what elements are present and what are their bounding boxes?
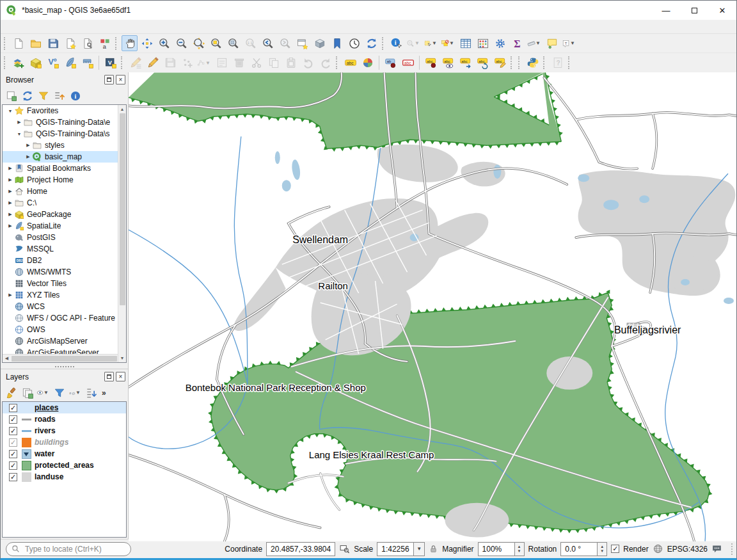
expander-icon[interactable]: ▶ <box>15 120 23 125</box>
xyz-tiles[interactable]: ▶XYZ Tiles <box>3 289 118 301</box>
python-console-button[interactable] <box>525 55 541 71</box>
spatial-bookmarks-button[interactable] <box>329 35 345 51</box>
layer-roads[interactable]: ✓roads <box>3 413 126 425</box>
processing-toolbox-button[interactable] <box>492 35 508 51</box>
paste-features-button[interactable] <box>283 55 299 71</box>
zoom-in-button[interactable] <box>156 35 172 51</box>
toolbar-grip[interactable] <box>4 56 8 69</box>
expander-icon[interactable]: ▶ <box>24 143 32 148</box>
qgis-training-data-e[interactable]: ▶QGIS-Training-Data\e <box>3 116 118 128</box>
wfs-ogc-api-feature[interactable]: WFS / OGC API - Feature <box>3 312 118 324</box>
new-project-button[interactable] <box>10 35 26 51</box>
lock-scale-icon[interactable] <box>429 543 438 554</box>
chevron-down-icon[interactable]: ▼ <box>415 40 420 46</box>
messages-icon[interactable] <box>711 543 722 554</box>
layer-landuse[interactable]: ✓landuse <box>3 471 126 483</box>
layer-visibility-checkbox[interactable]: ✓ <box>9 438 17 447</box>
refresh-map-button[interactable] <box>363 35 379 51</box>
layer-diagram-button[interactable] <box>360 55 376 71</box>
new-shapefile-layer-button[interactable] <box>45 55 61 71</box>
scale-combobox[interactable]: 1:42256 ▼ <box>377 542 425 556</box>
chevron-down-icon[interactable]: ▼ <box>75 390 81 396</box>
text-annotation-button[interactable]: ▼ <box>561 35 577 51</box>
help-button[interactable] <box>550 55 566 71</box>
browser-horizontal-scrollbar[interactable]: ◀▶ <box>3 354 126 362</box>
spatialite[interactable]: ▶SpatiaLite <box>3 220 118 232</box>
arcgisfeatureserver[interactable]: ArcGisFeatureServer <box>3 347 118 354</box>
statistics-button[interactable] <box>509 35 525 51</box>
spatial-bookmarks[interactable]: ▶Spatial Bookmarks <box>3 163 118 174</box>
resize-grip[interactable] <box>726 543 733 555</box>
browser-float-button[interactable] <box>104 75 114 84</box>
vertex-tool-button[interactable]: ▼ <box>196 55 212 71</box>
toolbar-grip[interactable] <box>568 56 572 69</box>
panel-splitter[interactable] <box>1 364 128 369</box>
chevron-down-icon[interactable]: ▼ <box>535 40 541 46</box>
expander-icon[interactable]: ▶ <box>6 292 14 298</box>
redo-button[interactable] <box>317 55 333 71</box>
filter-by-expression-button[interactable]: ▼ <box>68 385 83 400</box>
home[interactable]: ▶Home <box>3 186 118 197</box>
toolbar-grip[interactable] <box>4 37 8 50</box>
magnifier-value[interactable]: 100% <box>478 542 515 556</box>
scale-value[interactable]: 1:42256 <box>377 542 414 556</box>
undo-button[interactable] <box>300 55 316 71</box>
layer-labeling-button[interactable] <box>342 55 358 71</box>
rotation-spinbox[interactable]: 0.0 ° ▲▼ <box>560 542 607 556</box>
locator-input[interactable] <box>24 544 113 554</box>
layer-visibility-checkbox[interactable]: ✓ <box>9 450 17 458</box>
copy-features-button[interactable] <box>265 55 281 71</box>
pin-unpin-labels-button[interactable] <box>423 55 439 71</box>
select-by-value-button[interactable]: ▼ <box>406 35 422 51</box>
chevron-down-icon[interactable]: ▼ <box>449 40 454 46</box>
layer-visibility-checkbox[interactable]: ✓ <box>9 404 17 412</box>
chevron-down-icon[interactable]: ▼ <box>570 40 575 46</box>
zoom-native-button[interactable] <box>242 35 258 51</box>
open-project-button[interactable] <box>28 35 44 51</box>
render-checkbox[interactable]: ✓ <box>611 545 619 553</box>
chevron-down-icon[interactable]: ▼ <box>44 390 49 396</box>
cut-features-button[interactable] <box>248 55 264 71</box>
filter-legend-button[interactable] <box>52 385 67 400</box>
layer-rivers[interactable]: ✓rivers <box>3 425 126 436</box>
magnifier-spinbox[interactable]: 100% ▲▼ <box>478 542 525 556</box>
add-feature-button[interactable] <box>179 55 195 71</box>
open-attribute-table-button[interactable] <box>457 35 473 51</box>
add-group-button[interactable] <box>20 385 35 400</box>
layer-visibility-checkbox[interactable]: ✓ <box>9 461 17 470</box>
zoom-full-button[interactable] <box>191 35 207 51</box>
rotation-value[interactable]: 0.0 ° <box>560 542 598 556</box>
expand-collapse-button[interactable] <box>84 385 99 400</box>
save-edits-button[interactable] <box>162 55 178 71</box>
layer-visibility-checkbox[interactable]: ✓ <box>9 473 17 481</box>
identify-features-button[interactable] <box>388 35 404 51</box>
new-virtual-layer-button[interactable] <box>102 55 118 71</box>
wms-wmts[interactable]: WMS/WMTS <box>3 266 118 278</box>
toolbar-grip[interactable] <box>121 56 125 69</box>
expander-icon[interactable]: ▼ <box>6 109 14 113</box>
expander-icon[interactable]: ▶ <box>6 212 14 217</box>
new-geopackage-layer-button[interactable] <box>28 55 44 71</box>
spinner-arrows-icon[interactable]: ▲▼ <box>515 542 525 556</box>
browser-add-selected-button[interactable] <box>4 88 19 103</box>
browser-collapse-all-button[interactable] <box>52 88 67 103</box>
spinner-arrows-icon[interactable]: ▲▼ <box>598 542 607 556</box>
rotate-label-button[interactable] <box>475 55 491 71</box>
browser-refresh-button[interactable] <box>20 88 35 103</box>
wcs[interactable]: WCS <box>3 301 118 312</box>
c[interactable]: ▶C:\ <box>3 197 118 209</box>
browser-vertical-scrollbar[interactable]: ▲▼ <box>118 105 126 362</box>
styles[interactable]: ▶styles <box>3 140 118 151</box>
new-map-view-button[interactable] <box>294 35 310 51</box>
toolbar-grip[interactable] <box>518 56 522 69</box>
change-label-button[interactable] <box>492 55 508 71</box>
epsg-status[interactable]: EPSG:4326 <box>667 545 708 554</box>
layers-float-button[interactable] <box>104 372 114 381</box>
expander-icon[interactable]: ▶ <box>6 177 14 182</box>
extents-icon[interactable] <box>339 543 350 554</box>
basic-map[interactable]: ▶basic_map <box>3 151 118 163</box>
toolbar-grip[interactable] <box>511 56 514 69</box>
layer-protected-areas[interactable]: ✓protected_areas <box>3 460 126 471</box>
pan-to-selection-button[interactable] <box>139 35 155 51</box>
toolbar-grip[interactable] <box>543 56 547 69</box>
